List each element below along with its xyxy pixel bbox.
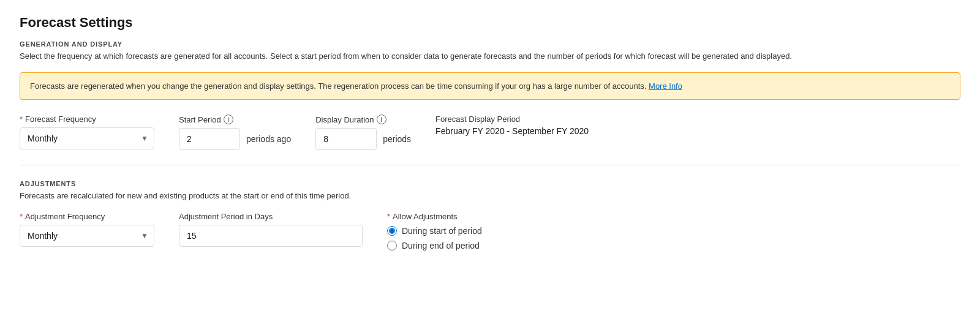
alert-banner: Forecasts are regenerated when you chang… <box>20 72 960 100</box>
adjustment-frequency-select-wrapper: Monthly Quarterly Weekly ▼ <box>20 225 154 247</box>
display-duration-input[interactable] <box>315 128 377 150</box>
display-duration-group: Display Duration i periods <box>315 115 411 150</box>
generation-section-label: GENERATION AND DISPLAY <box>20 40 960 48</box>
forecast-display-period-label: Forecast Display Period <box>435 115 589 124</box>
generation-form-row: * Forecast Frequency Monthly Quarterly W… <box>20 115 960 150</box>
generation-section: GENERATION AND DISPLAY Select the freque… <box>20 40 960 62</box>
adjustment-period-days-group: Adjustment Period in Days <box>179 212 363 247</box>
start-period-input[interactable] <box>179 128 240 150</box>
display-duration-label: Display Duration i <box>315 115 411 124</box>
alert-more-info-link[interactable]: More Info <box>649 81 682 91</box>
display-duration-input-row: periods <box>315 128 411 150</box>
forecast-frequency-select[interactable]: Monthly Quarterly Weekly <box>20 127 154 149</box>
allow-adjustments-end-radio[interactable] <box>387 241 397 250</box>
section-divider <box>20 165 960 165</box>
adjustment-frequency-label: * Adjustment Frequency <box>20 212 154 221</box>
allow-adjustments-start-label: During start of period <box>402 226 482 236</box>
adjustment-frequency-required-star: * <box>20 212 23 221</box>
page-title: Forecast Settings <box>20 15 960 31</box>
adjustments-section: ADJUSTMENTS Forecasts are recalculated f… <box>20 180 960 202</box>
adjustments-section-label: ADJUSTMENTS <box>20 180 960 187</box>
adjustments-form-row: * Adjustment Frequency Monthly Quarterly… <box>20 212 960 250</box>
forecast-frequency-select-wrapper: Monthly Quarterly Weekly ▼ <box>20 127 154 149</box>
allow-adjustments-start-option[interactable]: During start of period <box>387 226 482 236</box>
allow-adjustments-end-option[interactable]: During end of period <box>387 241 482 250</box>
adjustment-period-days-input[interactable] <box>179 225 363 247</box>
alert-text: Forecasts are regenerated when you chang… <box>30 81 646 91</box>
forecast-display-period-value: February FY 2020 - September FY 2020 <box>435 126 589 136</box>
forecast-frequency-required-star: * <box>20 115 23 124</box>
adjustment-frequency-select[interactable]: Monthly Quarterly Weekly <box>20 225 154 247</box>
allow-adjustments-group: * Allow Adjustments During start of peri… <box>387 212 482 250</box>
start-period-input-row: periods ago <box>179 128 291 150</box>
display-duration-info-icon[interactable]: i <box>377 115 386 124</box>
forecast-frequency-label: * Forecast Frequency <box>20 115 154 124</box>
allow-adjustments-start-radio[interactable] <box>387 226 397 236</box>
allow-adjustments-end-label: During end of period <box>402 241 480 250</box>
adjustment-period-days-label: Adjustment Period in Days <box>179 212 363 221</box>
start-period-label: Start Period i <box>179 115 291 124</box>
allow-adjustments-radio-group: During start of period During end of per… <box>387 226 482 250</box>
generation-section-desc: Select the frequency at which forecasts … <box>20 50 960 62</box>
allow-adjustments-label: * Allow Adjustments <box>387 212 482 221</box>
adjustments-section-desc: Forecasts are recalculated for new and e… <box>20 190 960 202</box>
display-duration-suffix: periods <box>383 134 411 144</box>
adjustment-frequency-group: * Adjustment Frequency Monthly Quarterly… <box>20 212 154 247</box>
forecast-frequency-group: * Forecast Frequency Monthly Quarterly W… <box>20 115 154 149</box>
start-period-suffix: periods ago <box>246 134 291 144</box>
start-period-info-icon[interactable]: i <box>224 115 233 124</box>
start-period-group: Start Period i periods ago <box>179 115 291 150</box>
allow-adjustments-required-star: * <box>387 212 390 221</box>
forecast-display-period-group: Forecast Display Period February FY 2020… <box>435 115 589 136</box>
